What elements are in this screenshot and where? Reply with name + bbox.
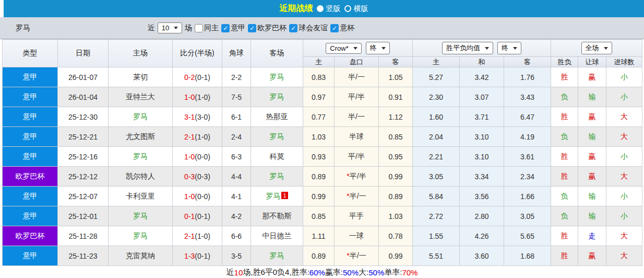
cell-away-team: 中日德兰 <box>251 226 303 246</box>
checkbox-label: 欧罗巴杯 <box>257 24 287 33</box>
table-row: 意甲 25-11-23 克雷莫纳 1-3(0-1) 3-5 罗马 0.89 *半… <box>3 246 642 266</box>
home-team-name: 罗马 <box>133 212 148 220</box>
cell-avg-home: 5.27 <box>413 67 460 87</box>
recent-label: 近 <box>148 24 155 33</box>
title-bar: 近期战绩 竖版 横版 <box>4 0 644 17</box>
col-header-corners: 角球 <box>222 40 251 67</box>
col-header-handicap: 盘口 <box>335 57 379 67</box>
cell-spread-result: 赢 <box>578 107 606 127</box>
cell-goals-result: 小 <box>606 187 642 206</box>
cell-date: 25-12-12 <box>58 167 109 187</box>
chevron-down-icon <box>353 47 357 50</box>
odds-time-select[interactable]: 终 <box>366 42 390 54</box>
cell-avg-draw: 3.42 <box>460 67 504 87</box>
radio-selected-icon <box>317 5 324 12</box>
halftime-score: (0-0) <box>195 192 210 201</box>
cell-league-type: 意甲 <box>3 147 58 167</box>
cell-result: 胜 <box>551 246 578 266</box>
cell-odds-away: 0.99 <box>379 167 413 187</box>
cell-avg-draw: 4.26 <box>460 226 504 246</box>
chevron-down-icon <box>381 47 386 50</box>
cell-avg-draw: 2.80 <box>460 206 504 226</box>
cell-spread-result: 走 <box>578 226 606 246</box>
cell-away-team: 那不勒斯 <box>251 206 303 226</box>
radio-horizontal-layout[interactable]: 横版 <box>344 4 368 14</box>
col-header-date: 日期 <box>58 40 109 67</box>
chevron-down-icon <box>513 47 517 50</box>
checkbox-serie-a[interactable]: ✓ 意甲 <box>221 24 245 33</box>
period-select[interactable]: 全场 <box>581 42 612 54</box>
avg-select[interactable]: 胜平负均值 <box>442 42 493 54</box>
avg-time-select[interactable]: 终 <box>497 42 521 54</box>
checkbox-europa-league[interactable]: ✓ 欧罗巴杯 <box>248 24 287 33</box>
home-team-name: 亚特兰大 <box>126 92 155 101</box>
cell-avg-draw: 3.56 <box>460 187 504 206</box>
cell-away-team: 科莫 <box>251 147 303 167</box>
cell-handicap: 平手 <box>335 206 379 226</box>
cell-result: 胜 <box>551 226 578 246</box>
cell-home-team: 克雷莫纳 <box>109 246 173 266</box>
cell-league-type: 意甲 <box>3 67 58 87</box>
cell-league-type: 意甲 <box>3 87 58 107</box>
cell-home-team: 罗马 <box>109 107 173 127</box>
cell-away-team: 热那亚 <box>251 107 303 127</box>
cell-corners: 2-2 <box>222 67 251 87</box>
summary-part: 50% <box>343 268 359 277</box>
cell-result: 负 <box>551 187 578 206</box>
cell-spread-result: 输 <box>578 127 606 147</box>
page-title: 近期战绩 <box>280 3 313 14</box>
radio-vertical-layout[interactable]: 竖版 <box>317 4 341 14</box>
cell-home-team: 莱切 <box>109 67 173 87</box>
col-header-odds-home: 主 <box>303 57 335 67</box>
away-team-name: 罗马 <box>270 251 284 260</box>
checkbox-same-home[interactable]: 同主 <box>195 24 219 33</box>
cell-avg-draw: 3.71 <box>460 107 504 127</box>
summary-part: 场,胜6平0负4, <box>243 268 291 277</box>
checkbox-checked-icon: ✓ <box>221 24 230 32</box>
fulltime-score: 1-3 <box>184 252 195 260</box>
cell-goals-result: 大 <box>606 226 642 246</box>
handicap-value: 平/半 <box>350 172 366 180</box>
checkbox-coppa-italia[interactable]: ✓ 意杯 <box>330 24 354 33</box>
matches-label: 场 <box>185 24 192 33</box>
cell-score: 2-1(1-0) <box>173 226 222 246</box>
cell-league-type: 意甲 <box>3 206 58 226</box>
radio-horizontal-label: 横版 <box>354 4 368 14</box>
cell-avg-home: 5.51 <box>413 246 460 266</box>
table-row: 意甲 25-12-16 罗马 1-0(0-0) 6-3 科莫 0.93 平/半 … <box>3 147 642 167</box>
cell-league-type: 意甲 <box>3 246 58 266</box>
cell-avg-away: 3.61 <box>504 147 551 167</box>
away-team-name: 中日德兰 <box>263 231 292 240</box>
fulltime-score: 0-3 <box>184 172 195 181</box>
cell-result: 负 <box>551 87 578 107</box>
fulltime-score: 2-1 <box>184 232 195 240</box>
cell-corners: 4-1 <box>222 187 251 206</box>
cell-handicap: *半/一 <box>335 246 379 266</box>
away-team-name: 罗马 <box>270 172 284 180</box>
cell-odds-home: 0.89 <box>303 167 335 187</box>
fulltime-score: 0-1 <box>184 212 195 221</box>
fulltime-score: 1-0 <box>184 93 195 101</box>
cell-odds-home: 0.97 <box>303 87 335 107</box>
checkbox-label: 意甲 <box>231 24 245 33</box>
cell-avg-away: 3.05 <box>504 206 551 226</box>
cell-avg-home: 2.30 <box>413 87 460 107</box>
cell-date: 25-12-16 <box>58 147 109 167</box>
handicap-value: 半球 <box>349 132 364 141</box>
cell-spread-result: 输 <box>578 87 606 107</box>
cell-goals-result: 大 <box>606 246 642 266</box>
recent-count-select[interactable]: 10 <box>158 22 182 33</box>
cell-date: 25-12-30 <box>58 107 109 127</box>
cell-spread-result: 输 <box>578 187 606 206</box>
cell-home-team: 罗马 <box>109 206 173 226</box>
checkbox-label: 意杯 <box>340 24 354 33</box>
cell-result: 胜 <box>551 167 578 187</box>
cell-league-type: 欧罗巴杯 <box>3 226 58 246</box>
bookmaker-select[interactable]: Crow* <box>326 43 361 54</box>
radio-unselected-icon <box>344 5 351 12</box>
checkbox-club-friendly[interactable]: ✓ 球会友谊 <box>289 24 328 33</box>
cell-spread-result: 赢 <box>578 67 606 87</box>
home-team-name: 卡利亚里 <box>126 192 155 200</box>
cell-goals-result: 小 <box>606 206 642 226</box>
home-team-name: 凯尔特人 <box>126 172 155 180</box>
